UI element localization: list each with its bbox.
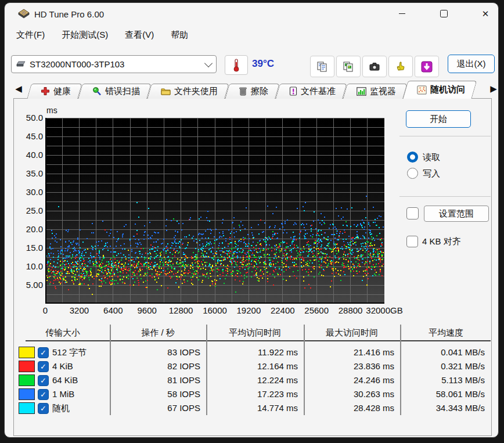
y-tick: 50.0 bbox=[16, 113, 43, 123]
chevron-down-icon bbox=[204, 59, 213, 67]
align-4kb-label: 4 KB 对齐 bbox=[422, 236, 461, 247]
start-button[interactable]: 开始 bbox=[406, 110, 471, 128]
tab-label: 健康 bbox=[53, 86, 71, 97]
ops-value: 83 IOPS bbox=[110, 347, 200, 357]
save-button[interactable] bbox=[415, 56, 439, 77]
y-tick: 15.0 bbox=[16, 243, 43, 253]
camera-icon bbox=[368, 61, 381, 73]
tab-error-scan[interactable]: 错误扫描 bbox=[80, 84, 149, 99]
series-label: 随机 bbox=[52, 403, 70, 414]
x-tick: 6400 bbox=[103, 305, 123, 315]
tab-folder-usage[interactable]: 文件夹使用 bbox=[149, 84, 227, 99]
set-range-label: 设置范围 bbox=[439, 208, 474, 219]
series-checkbox[interactable]: ✓ bbox=[38, 389, 49, 400]
col-header-ops: 操作 / 秒 bbox=[141, 327, 175, 338]
tab-label: 擦除 bbox=[251, 86, 268, 97]
series-swatch bbox=[19, 402, 35, 414]
table-row: ✓ 512 字节 83 IOPS 11.922 ms 21.416 ms 0.0… bbox=[14, 345, 491, 359]
ops-value: 82 IOPS bbox=[110, 361, 200, 371]
y-tick: 35.0 bbox=[16, 168, 43, 178]
header-rule bbox=[26, 340, 491, 341]
tab-scroll-right-icon[interactable]: ▶ bbox=[488, 84, 499, 94]
set-range-checkbox[interactable] bbox=[406, 207, 419, 219]
maximize-button[interactable] bbox=[430, 4, 457, 23]
y-axis-unit: ms bbox=[46, 106, 57, 115]
col-header-max-access: 最大访问时间 bbox=[326, 327, 378, 338]
menu-help[interactable]: 帮助 bbox=[164, 27, 195, 44]
series-checkbox[interactable]: ✓ bbox=[38, 375, 49, 386]
title-bar[interactable]: HD Tune Pro 6.00 ✕ bbox=[5, 3, 498, 26]
series-label: 1 MiB bbox=[52, 389, 74, 399]
divider bbox=[399, 196, 491, 197]
random-access-panel: ms 50.045.040.035.030.025.020.015.010.05… bbox=[13, 98, 492, 436]
menu-bar: 文件(F) 开始测试(S) 查看(V) 帮助 bbox=[10, 27, 195, 44]
tab-health[interactable]: 健康 bbox=[29, 84, 80, 99]
menu-view[interactable]: 查看(V) bbox=[118, 27, 160, 44]
close-button[interactable]: ✕ bbox=[472, 4, 499, 23]
table-row: ✓ 1 MiB 58 IOPS 17.223 ms 30.263 ms 58.0… bbox=[14, 387, 491, 401]
series-label: 64 KiB bbox=[52, 375, 78, 385]
minimize-icon bbox=[399, 13, 405, 14]
y-tick: 45.0 bbox=[16, 131, 43, 141]
avg-speed-value: 0.041 MB/s bbox=[400, 347, 485, 357]
tab-label: 监视器 bbox=[370, 86, 396, 97]
ops-value: 81 IOPS bbox=[110, 375, 200, 385]
write-radio[interactable] bbox=[407, 168, 418, 179]
avg-speed-value: 34.343 MB/s bbox=[400, 403, 485, 413]
x-tick: 3200 bbox=[70, 305, 89, 315]
tab-file-benchmark[interactable]: 文件基准 bbox=[278, 84, 345, 99]
tab-erase[interactable]: 擦除 bbox=[227, 84, 278, 99]
error-scan-magnifier-icon bbox=[92, 87, 102, 96]
x-tick: 28800 bbox=[339, 305, 363, 315]
x-tick: 32000GB bbox=[366, 305, 402, 315]
download-icon bbox=[420, 60, 433, 73]
series-label: 512 字节 bbox=[52, 347, 87, 358]
x-tick: 12800 bbox=[169, 305, 193, 315]
options-button[interactable] bbox=[388, 56, 413, 77]
avg-speed-value: 5.113 MB/s bbox=[400, 375, 485, 385]
align-4kb-checkbox[interactable] bbox=[406, 236, 418, 247]
read-radio[interactable] bbox=[407, 152, 418, 163]
erase-trash-icon bbox=[239, 87, 247, 96]
set-range-button[interactable]: 设置范围 bbox=[424, 206, 489, 222]
y-tick: 10.0 bbox=[16, 261, 43, 271]
ops-value: 58 IOPS bbox=[110, 389, 200, 399]
tab-label: 文件基准 bbox=[301, 86, 336, 97]
series-swatch bbox=[19, 374, 35, 386]
app-window: HD Tune Pro 6.00 ✕ 文件(F) 开始测试(S) 查看(V) 帮… bbox=[4, 2, 499, 438]
series-swatch bbox=[19, 361, 35, 372]
y-tick: 40.0 bbox=[16, 150, 43, 160]
screenshot-button[interactable] bbox=[362, 56, 387, 77]
monitor-bars-icon bbox=[357, 87, 366, 96]
series-checkbox[interactable]: ✓ bbox=[38, 403, 49, 414]
table-row: ✓ 4 KiB 82 IOPS 12.164 ms 23.836 ms 0.32… bbox=[14, 359, 491, 373]
close-icon: ✕ bbox=[482, 9, 489, 18]
menu-file[interactable]: 文件(F) bbox=[10, 27, 51, 44]
drive-icon bbox=[16, 61, 26, 68]
exit-button[interactable]: 退出(X) bbox=[448, 55, 495, 73]
copy-image-button[interactable] bbox=[336, 56, 361, 77]
thermometer-icon bbox=[233, 58, 240, 72]
menu-start-test[interactable]: 开始测试(S) bbox=[55, 27, 114, 44]
drive-selector[interactable]: ST32000NT000-3TP103 bbox=[11, 55, 217, 73]
series-checkbox[interactable]: ✓ bbox=[38, 361, 49, 372]
x-tick: 19200 bbox=[237, 305, 261, 315]
avg-access-value: 12.224 ms bbox=[206, 375, 298, 385]
avg-access-value: 17.223 ms bbox=[206, 389, 298, 399]
tab-scroll-left-icon[interactable]: ◀ bbox=[13, 84, 24, 94]
x-tick: 16000 bbox=[203, 305, 227, 315]
tab-monitor[interactable]: 监视器 bbox=[345, 84, 405, 99]
series-label: 4 KiB bbox=[52, 361, 73, 371]
tab-label: 文件夹使用 bbox=[174, 86, 218, 97]
tab-random-access[interactable]: 随机访问 bbox=[405, 81, 474, 99]
copy-image-icon bbox=[343, 61, 354, 73]
copy-text-button[interactable] bbox=[310, 56, 334, 77]
series-checkbox[interactable]: ✓ bbox=[38, 347, 49, 358]
series-swatch bbox=[19, 388, 35, 400]
maximize-icon bbox=[440, 10, 448, 17]
x-tick: 0 bbox=[43, 305, 48, 315]
copy-pages-icon bbox=[316, 61, 328, 73]
read-label: 读取 bbox=[423, 152, 440, 163]
toolbar-buttons bbox=[310, 56, 439, 77]
minimize-button[interactable] bbox=[388, 4, 415, 23]
